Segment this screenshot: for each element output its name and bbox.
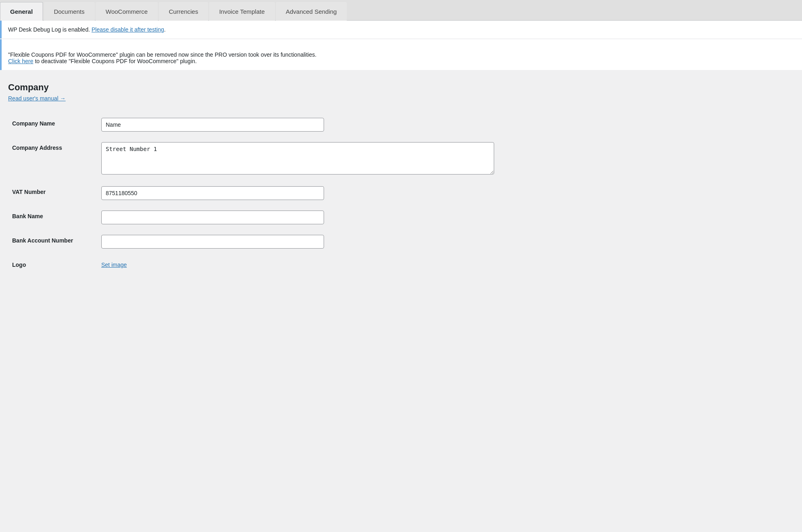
- field-bank-account-number: Bank Account Number: [8, 230, 794, 254]
- tab-general[interactable]: General: [0, 2, 43, 21]
- input-company-address[interactable]: Street Number 1: [101, 142, 494, 174]
- form-table: Company Name Company Address Street Numb…: [8, 113, 794, 274]
- tab-invoice-template[interactable]: Invoice Template: [209, 2, 275, 21]
- tab-currencies[interactable]: Currencies: [159, 2, 209, 21]
- field-logo: Logo Set image: [8, 254, 794, 274]
- tab-documents[interactable]: Documents: [44, 2, 95, 21]
- input-vat-number[interactable]: [101, 186, 324, 200]
- notice-flexible-coupons: "Flexible Coupons PDF for WooCommerce" p…: [0, 39, 802, 70]
- tab-advanced-sending[interactable]: Advanced Sending: [276, 2, 347, 21]
- label-company-address: Company Address: [8, 137, 97, 181]
- input-bank-name[interactable]: [101, 211, 324, 224]
- read-manual-link[interactable]: Read user's manual →: [8, 95, 66, 102]
- label-bank-name: Bank Name: [8, 206, 97, 230]
- field-vat-number: VAT Number: [8, 181, 794, 206]
- label-logo: Logo: [8, 254, 97, 274]
- company-section: Company Read user's manual → Company Nam…: [0, 70, 802, 282]
- set-image-link[interactable]: Set image: [101, 259, 127, 268]
- content-area: WP Desk Debug Log is enabled. Please dis…: [0, 21, 802, 282]
- field-company-address: Company Address Street Number 1: [8, 137, 794, 181]
- notice-coupons-text-after: to deactivate "Flexible Coupons PDF for …: [33, 58, 196, 64]
- input-company-name[interactable]: [101, 118, 324, 132]
- section-title: Company: [8, 82, 794, 93]
- field-bank-name: Bank Name: [8, 206, 794, 230]
- input-bank-account-number[interactable]: [101, 235, 324, 249]
- tabs-bar: General Documents WooCommerce Currencies…: [0, 0, 802, 21]
- notice-debug-link[interactable]: Please disable it after testing: [92, 26, 164, 33]
- label-vat-number: VAT Number: [8, 181, 97, 206]
- notice-debug-text: WP Desk Debug Log is enabled.: [8, 26, 92, 33]
- notice-debug-suffix: .: [164, 26, 166, 33]
- tab-woocommerce[interactable]: WooCommerce: [96, 2, 158, 21]
- label-bank-account-number: Bank Account Number: [8, 230, 97, 254]
- notice-debug-log: WP Desk Debug Log is enabled. Please dis…: [0, 21, 802, 38]
- notice-coupons-link[interactable]: Click here: [8, 58, 33, 64]
- notice-coupons-text-before: "Flexible Coupons PDF for WooCommerce" p…: [8, 51, 316, 58]
- label-company-name: Company Name: [8, 113, 97, 137]
- field-company-name: Company Name: [8, 113, 794, 137]
